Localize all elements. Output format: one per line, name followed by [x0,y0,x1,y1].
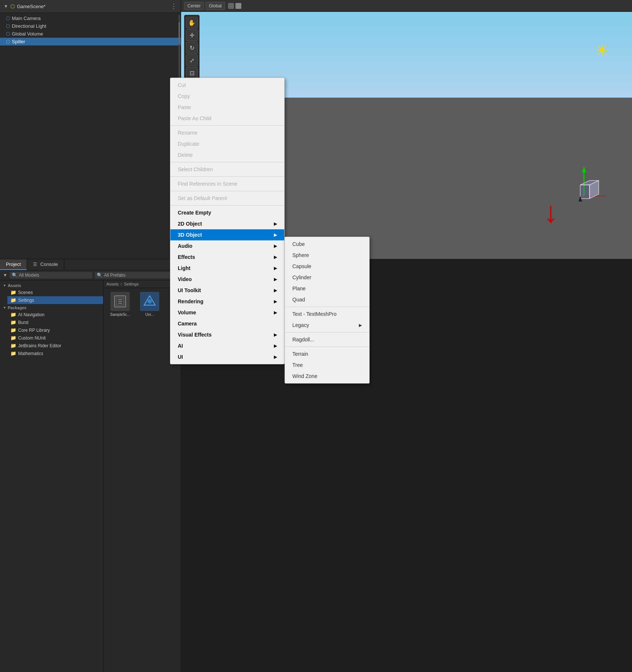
global-button[interactable]: Global [205,2,225,10]
hierarchy-item-main-camera[interactable]: ⬡ Main Camera [0,14,181,22]
hierarchy-item-spiller[interactable]: ⬡ Spiller [0,38,181,45]
sun-gizmo: ☀ [595,41,614,60]
ctx-2d-object[interactable]: 2D Object ▶ [170,218,284,229]
ctx-paste-label: Paste [178,104,191,110]
sub-terrain[interactable]: Terrain [285,348,369,359]
scale-tool-button[interactable]: ⤢ [186,54,198,66]
ctx-find-references-label: Find References in Scene [178,181,237,187]
assets-section-label: Assets [8,283,21,288]
asset-item-uni[interactable]: Uni... [137,292,163,317]
tab-project[interactable]: Project [0,259,27,270]
ctx-ui[interactable]: UI ▶ [170,351,284,362]
move-tool-button[interactable]: ✛ [186,29,198,41]
ctx-select-children[interactable]: Select Children [170,164,284,175]
ctx-create-empty[interactable]: Create Empty [170,207,284,218]
svg-point-13 [147,299,152,304]
sub-cube[interactable]: Cube [285,239,369,250]
ctx-rendering-label: Rendering [178,298,203,304]
ctx-visual-effects[interactable]: Visual Effects ▶ [170,329,284,340]
project-file-tree: ▼ Assets 📁 Scenes 📁 Settings ▼ Packages [0,280,103,672]
sub-legacy[interactable]: Legacy ▶ [285,320,369,331]
ctx-paste-as-child[interactable]: Paste As Child [170,113,284,124]
packages-section-label: Packages [8,305,27,310]
ctx-light[interactable]: Light ▶ [170,263,284,274]
project-panel: Project ☰ Console ▼ 🔍 All Models 🔍 All P… [0,259,181,672]
ctx-ui-toolkit[interactable]: UI Toolkit ▶ [170,285,284,296]
package-core-rp[interactable]: 📁 Core RP Library [7,326,103,334]
ctx-paste[interactable]: Paste [170,102,284,113]
ctx-paste-as-child-label: Paste As Child [178,115,211,121]
ctx-volume-arrow-icon: ▶ [274,310,277,315]
transform-gizmo [558,163,610,215]
package-mathematics[interactable]: 📁 Mathematics [7,349,103,357]
ctx-duplicate-label: Duplicate [178,141,199,147]
ctx-3d-object[interactable]: 3D Object ▶ [170,229,284,240]
project-tree: ▼ Assets 📁 Scenes 📁 Settings ▼ Packages [0,280,181,672]
project-item-scenes[interactable]: 📁 Scenes [7,288,103,296]
jetbrains-label: JetBrains Rider Editor [18,343,61,348]
sub-sphere-label: Sphere [292,252,309,258]
asset-breadcrumb: Assets > Settings [103,280,181,288]
rotate-tool-button[interactable]: ↻ [186,42,198,54]
ctx-rendering[interactable]: Rendering ▶ [170,296,284,307]
sub-capsule[interactable]: Capsule [285,261,369,272]
tab-console[interactable]: ☰ Console [27,259,64,270]
cube-icon: ⬡ [6,16,10,21]
sub-tree[interactable]: Tree [285,359,369,371]
packages-sub-items: 📁 AI Navigation 📁 Burst 📁 Core RP Librar… [0,311,103,357]
package-burst[interactable]: 📁 Burst [7,318,103,326]
ctx-cut[interactable]: Cut [170,80,284,91]
hierarchy-item-label-2: Directional Light [12,23,46,29]
ctx-set-default-label: Set as Default Parent [178,195,227,201]
hierarchy-item-global-volume[interactable]: ⬡ Global Volume [0,30,181,38]
sub-cylinder[interactable]: Cylinder [285,272,369,283]
ctx-find-references[interactable]: Find References in Scene [170,178,284,189]
package-custom-nunit[interactable]: 📁 Custom NUnit [7,334,103,342]
all-prefabs-label: All Prefabs [104,273,125,278]
ctx-rename-label: Rename [178,130,197,136]
rect-tool-button[interactable]: ⊡ [186,67,198,79]
ctx-ai[interactable]: AI ▶ [170,340,284,351]
ctx-rendering-arrow-icon: ▶ [274,299,277,304]
ctx-volume[interactable]: Volume ▶ [170,307,284,318]
sub-textmeshpro[interactable]: Text - TextMeshPro [285,308,369,320]
ctx-video[interactable]: Video ▶ [170,274,284,285]
ctx-audio[interactable]: Audio ▶ [170,240,284,251]
folder-icon-settings: 📁 [10,297,16,303]
sub-ragdoll[interactable]: Ragdoll... [285,334,369,345]
project-tab-label: Project [6,261,21,267]
sub-plane[interactable]: Plane [285,283,369,294]
sub-cylinder-label: Cylinder [292,274,311,280]
package-ai-navigation[interactable]: 📁 AI Navigation [7,311,103,318]
ctx-sep-3 [170,176,284,177]
ctx-sep-2 [170,162,284,162]
ctx-volume-label: Volume [178,310,196,315]
ctx-set-default-parent[interactable]: Set as Default Parent [170,193,284,204]
sub-sphere[interactable]: Sphere [285,250,369,261]
hierarchy-header: ▼ ⬡ GameScene* ⋮ [0,0,181,13]
sub-wind-zone[interactable]: Wind Zone [285,371,369,382]
asset-item-samplesc[interactable]: SampleSc... [107,292,133,317]
sub-quad[interactable]: Quad [285,294,369,305]
hierarchy-item-directional-light[interactable]: ⬡ Directional Light [0,22,181,30]
ctx-delete[interactable]: Delete [170,149,284,161]
ctx-rename[interactable]: Rename [170,127,284,138]
hierarchy-expand-icon[interactable]: ▼ [4,4,8,9]
all-prefabs-filter[interactable]: 🔍 All Prefabs [95,272,178,278]
hand-tool-button[interactable]: ✋ [186,17,198,28]
package-jetbrains[interactable]: 📁 JetBrains Rider Editor [7,342,103,349]
assets-section: ▼ Assets [0,282,103,288]
hierarchy-menu-icon[interactable]: ⋮ [170,2,177,10]
ctx-copy[interactable]: Copy [170,91,284,102]
center-button[interactable]: Center [184,2,204,10]
dropdown-arrow-icon[interactable]: ▼ [3,273,7,278]
ctx-audio-arrow-icon: ▶ [274,244,277,249]
core-rp-label: Core RP Library [18,328,50,333]
ctx-duplicate[interactable]: Duplicate [170,138,284,149]
project-item-settings[interactable]: 📁 Settings [7,296,103,304]
ctx-camera[interactable]: Camera [170,318,284,329]
all-models-filter[interactable]: 🔍 All Models [10,272,93,278]
sub-wind-zone-label: Wind Zone [292,373,317,379]
search-icon-2: 🔍 [97,273,102,278]
ctx-effects[interactable]: Effects ▶ [170,251,284,263]
